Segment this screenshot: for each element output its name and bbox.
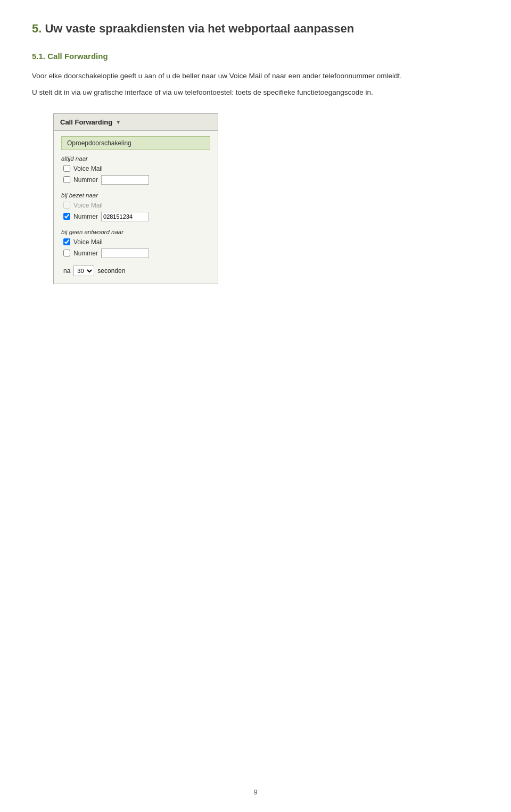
altijd-voicemail-row: Voice Mail — [61, 165, 210, 172]
na-seconden-row: na 10 20 30 40 50 60 seconden — [61, 266, 210, 276]
bezet-nummer-checkbox[interactable] — [63, 213, 70, 220]
seconden-suffix-label: seconden — [97, 267, 125, 275]
bezet-voicemail-checkbox[interactable] — [63, 202, 70, 209]
altijd-nummer-input[interactable] — [101, 175, 149, 185]
geen-antwoord-voicemail-checkbox[interactable] — [63, 238, 70, 245]
main-title-text: Uw vaste spraakdiensten via het webporta… — [42, 22, 354, 35]
geen-antwoord-nummer-input[interactable] — [101, 248, 149, 258]
paragraph-2: U stelt dit in via uw grafische interfac… — [32, 87, 479, 98]
group-altijd: altijd naar Voice Mail Nummer — [61, 155, 210, 185]
call-forwarding-widget: Call Forwarding ▼ Oproepdoorschakeling a… — [53, 113, 218, 284]
bezet-nummer-input[interactable] — [101, 212, 149, 221]
widget-header: Call Forwarding ▼ — [54, 114, 218, 131]
group-bezet-title: bij bezet naar — [61, 192, 210, 198]
bezet-nummer-row: Nummer — [61, 212, 210, 221]
section-number: 5.1. — [32, 52, 45, 61]
geen-antwoord-voicemail-row: Voice Mail — [61, 238, 210, 246]
bezet-voicemail-label: Voice Mail — [73, 202, 103, 209]
altijd-voicemail-checkbox[interactable] — [63, 165, 70, 172]
geen-antwoord-nummer-label: Nummer — [73, 250, 98, 257]
group-geen-antwoord: bij geen antwoord naar Voice Mail Nummer — [61, 229, 210, 258]
section-title-text: Call Forwarding — [47, 52, 108, 61]
chapter-number: 5. — [32, 22, 42, 35]
na-prefix-label: na — [63, 267, 70, 275]
altijd-nummer-row: Nummer — [61, 175, 210, 185]
geen-antwoord-nummer-checkbox[interactable] — [63, 250, 70, 256]
section-title: 5.1. Call Forwarding — [32, 52, 479, 61]
section-label: Oproepdoorschakeling — [61, 136, 210, 150]
paragraph-1: Voor elke doorschakeloptie geeft u aan o… — [32, 70, 479, 82]
bezet-voicemail-row: Voice Mail — [61, 202, 210, 209]
page-container: 5. Uw vaste spraakdiensten via het webpo… — [0, 0, 511, 316]
group-altijd-title: altijd naar — [61, 155, 210, 162]
page-number: 9 — [253, 788, 257, 796]
altijd-nummer-checkbox[interactable] — [63, 176, 70, 183]
seconden-select[interactable]: 10 20 30 40 50 60 — [73, 266, 94, 276]
bezet-nummer-label: Nummer — [73, 213, 98, 220]
group-geen-antwoord-title: bij geen antwoord naar — [61, 229, 210, 235]
main-title: 5. Uw vaste spraakdiensten via het webpo… — [32, 21, 479, 37]
widget-body: Oproepdoorschakeling altijd naar Voice M… — [54, 131, 218, 284]
altijd-nummer-label: Nummer — [73, 176, 98, 184]
group-bezet: bij bezet naar Voice Mail Nummer — [61, 192, 210, 221]
widget-dropdown-arrow[interactable]: ▼ — [116, 119, 121, 125]
widget-header-label: Call Forwarding — [60, 118, 112, 126]
altijd-voicemail-label: Voice Mail — [73, 165, 103, 172]
geen-antwoord-nummer-row: Nummer — [61, 248, 210, 258]
geen-antwoord-voicemail-label: Voice Mail — [73, 238, 103, 246]
